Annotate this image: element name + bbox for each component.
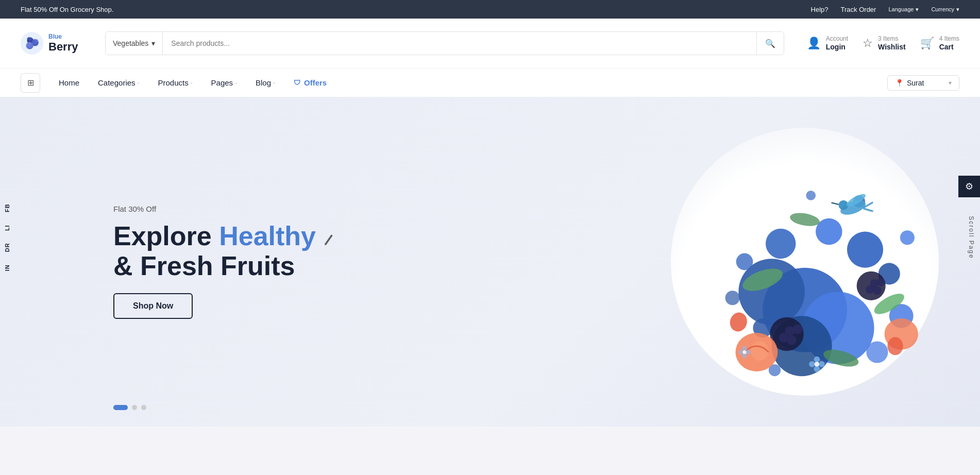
svg-point-4 (847, 232, 883, 268)
language-selector[interactable]: Language ▾ (888, 6, 919, 13)
wishlist-action[interactable]: ☆ 3 Items Wishlist (863, 35, 906, 51)
hero-circle (671, 128, 939, 396)
svg-point-43 (809, 361, 815, 367)
top-bar: Flat 50% Off On Grocery Shop. Help? Trac… (0, 0, 980, 19)
help-link[interactable]: Help? (811, 6, 829, 13)
nav-categories[interactable]: Categories ◦ (90, 74, 147, 91)
pages-chevron: ◦ (235, 80, 237, 86)
search-input[interactable] (163, 39, 756, 47)
svg-point-33 (789, 211, 821, 228)
deco-icon: ⟋ (318, 230, 338, 250)
category-dropdown[interactable]: Vegetables ▾ (106, 32, 163, 55)
nav-home[interactable]: Home (50, 74, 88, 91)
svg-point-13 (806, 191, 816, 200)
cart-icon: 🛒 (920, 37, 934, 50)
slide-dot-2[interactable] (132, 405, 137, 410)
wishlist-text: 3 Items Wishlist (878, 35, 906, 51)
top-bar-right: Help? Track Order Language ▾ Currency ▾ (811, 6, 959, 13)
nav-pages[interactable]: Pages ◦ (203, 74, 245, 91)
promo-text: Flat 50% Off On Grocery Shop. (21, 6, 113, 13)
nav-blog[interactable]: Blog ◦ (247, 74, 283, 91)
hero-content: Flat 30% Off Explore Healthy ⟋ & Fresh F… (113, 205, 336, 318)
hero-section: Flat 30% Off Explore Healthy ⟋ & Fresh F… (0, 97, 980, 427)
svg-point-44 (815, 362, 819, 366)
account-text: Account Login (826, 35, 848, 51)
svg-point-47 (742, 353, 747, 358)
svg-point-7 (766, 229, 796, 259)
svg-point-28 (751, 341, 769, 360)
social-dr[interactable]: DR (0, 237, 14, 259)
svg-point-40 (814, 357, 820, 363)
grid-menu-icon[interactable]: ⊞ (21, 73, 40, 93)
fruits-illustration (684, 141, 925, 382)
nav-products[interactable]: Products ◦ (149, 74, 200, 91)
nav-bar: ⊞ Home Categories ◦ Products ◦ Pages ◦ B… (0, 68, 980, 97)
social-li[interactable]: LI (0, 218, 14, 237)
slide-dot-3[interactable] (141, 405, 146, 410)
svg-point-21 (787, 335, 797, 345)
cart-text: 4 Items Cart (939, 35, 959, 51)
svg-point-41 (819, 361, 825, 367)
hero-title: Explore Healthy ⟋ & Fresh Fruits (113, 222, 336, 280)
svg-point-5 (816, 218, 842, 245)
track-order-link[interactable]: Track Order (841, 6, 876, 13)
blog-chevron: ◦ (273, 80, 275, 86)
scroll-page-label[interactable]: Scroll Page (962, 208, 980, 267)
svg-point-49 (742, 350, 746, 354)
svg-point-46 (746, 350, 750, 354)
offers-shield-icon: 🛡 (294, 79, 300, 87)
svg-point-42 (814, 366, 820, 372)
account-action[interactable]: 👤 Account Login (807, 35, 848, 51)
social-in[interactable]: IN (0, 259, 14, 278)
location-selector[interactable]: 📍 Surat ▾ (887, 75, 959, 91)
svg-point-14 (866, 341, 888, 363)
header: 🫐 Blue Berry Vegetables ▾ 🔍 👤 Account Lo… (0, 19, 980, 68)
svg-point-25 (866, 285, 874, 294)
location-chevron: ▾ (949, 79, 952, 87)
svg-point-11 (900, 230, 915, 245)
search-button[interactable]: 🔍 (756, 32, 784, 55)
location-icon: 📍 (895, 79, 904, 87)
wishlist-icon: ☆ (863, 37, 873, 50)
svg-point-34 (728, 311, 749, 334)
svg-line-38 (831, 202, 838, 205)
social-fb[interactable]: FB (0, 197, 14, 218)
categories-chevron: ◦ (138, 80, 140, 86)
search-bar: Vegetables ▾ 🔍 (105, 31, 784, 55)
svg-point-24 (876, 278, 885, 286)
svg-point-48 (738, 350, 743, 354)
settings-button[interactable]: ⚙ (958, 176, 980, 197)
account-icon: 👤 (807, 37, 821, 50)
logo[interactable]: 🫐 Blue Berry (21, 32, 93, 55)
svg-point-10 (736, 253, 753, 270)
shop-now-button[interactable]: Shop Now (113, 293, 193, 319)
hero-image (671, 128, 939, 396)
currency-selector[interactable]: Currency ▾ (931, 6, 959, 13)
svg-point-15 (725, 291, 740, 305)
side-social: FB LI DR IN (0, 197, 14, 277)
logo-icon: 🫐 (21, 32, 43, 55)
hero-tag: Flat 30% Off (113, 205, 336, 213)
svg-point-19 (793, 325, 803, 334)
svg-point-26 (873, 286, 881, 295)
products-chevron: ◦ (191, 80, 193, 86)
logo-text: Blue Berry (48, 33, 78, 53)
header-actions: 👤 Account Login ☆ 3 Items Wishlist 🛒 4 I… (807, 35, 959, 51)
cart-action[interactable]: 🛒 4 Items Cart (920, 35, 959, 51)
slide-dot-1[interactable] (113, 405, 128, 410)
slider-dots (113, 405, 146, 410)
svg-point-35 (887, 337, 903, 355)
svg-point-45 (742, 346, 747, 351)
nav-offers[interactable]: 🛡 Offers (285, 74, 335, 91)
main-nav: Home Categories ◦ Products ◦ Pages ◦ Blo… (50, 74, 883, 91)
